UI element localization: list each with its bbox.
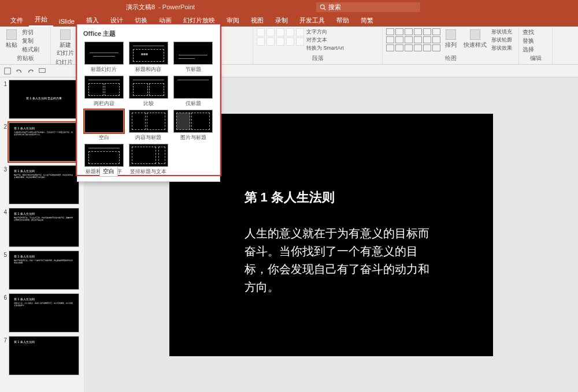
tab-islide[interactable]: iSlide xyxy=(53,16,80,27)
convert-smartart-button[interactable]: 转换为 SmartArt xyxy=(306,44,344,52)
slide-thumbnail-5[interactable]: 第 1 条人生法则制定目标时请记住，设定一个最终目标完成的日期，并且随着时间推移… xyxy=(9,251,79,290)
select-button[interactable]: 选择 xyxy=(523,46,534,54)
svg-line-1 xyxy=(324,8,326,10)
slideshow-icon[interactable] xyxy=(38,67,46,75)
layout-tooltip: 空白 xyxy=(99,166,118,177)
arrange-icon xyxy=(446,29,456,40)
shape-outline-button[interactable]: 形状轮廓 xyxy=(491,36,512,44)
app-name: - PowerPoint xyxy=(158,3,195,10)
ribbon-group-paragraph: 文字方向 对齐文本 转换为 SmartArt 段落 xyxy=(253,27,383,64)
paste-button[interactable]: 粘贴 xyxy=(3,28,20,50)
slide-thumbnail-panel[interactable]: 1 第 1 条人生法则 意志的力量 2 第 1 条人生法则人生的意义就在于为有意… xyxy=(0,77,84,392)
layout-gallery-header: Office 主题 xyxy=(77,27,220,40)
arrange-button[interactable]: 排列 xyxy=(443,28,459,50)
undo-icon[interactable] xyxy=(15,67,23,75)
ribbon-group-clipboard: 粘贴 剪切 复制 格式刷 剪贴板 xyxy=(0,27,51,64)
slide-thumbnail-6[interactable]: 第 1 条人生法则我想要什么，为什么想要，采取什么行动来获得它。写出切实来的，写… xyxy=(9,293,79,333)
slide-thumbnail-1[interactable]: 第 1 条人生法则 意志的力量 xyxy=(9,80,79,119)
svg-rect-3 xyxy=(39,68,46,72)
svg-rect-2 xyxy=(5,68,11,74)
layout-title-slide[interactable]: 标题幻灯片 xyxy=(83,42,124,73)
layout-comparison[interactable]: 比较 xyxy=(128,76,169,107)
align-text-button[interactable]: 对齐文本 xyxy=(306,36,344,44)
tab-view[interactable]: 视图 xyxy=(245,14,269,27)
layout-content-caption[interactable]: 内容与标题 xyxy=(128,110,169,141)
layout-title-only[interactable]: 仅标题 xyxy=(173,76,214,107)
ribbon-group-slides: 新建 幻灯片 幻灯片 xyxy=(51,27,77,64)
layout-gallery-panel: Office 主题 标题幻灯片 ▦▦▦ 标题和内容 节标题 两栏内容 比较 仅标… xyxy=(77,24,220,182)
slide-body[interactable]: 人生的意义就在于为有意义的目标而奋斗。当你找到了一个有意义的目标，你会发现自己有… xyxy=(244,225,435,296)
tab-developer[interactable]: 开发工具 xyxy=(294,14,331,27)
layout-section-header[interactable]: 节标题 xyxy=(173,42,214,73)
new-slide-icon xyxy=(60,29,71,40)
cut-button[interactable]: 剪切 xyxy=(22,28,39,36)
save-icon[interactable] xyxy=(3,67,12,75)
ribbon-group-editing: 查找 替换 选择 编辑 xyxy=(519,27,553,64)
title-bar: 演示文稿8 - PowerPoint 搜索 xyxy=(0,0,578,14)
layout-two-content[interactable]: 两栏内容 xyxy=(83,76,124,107)
shape-effects-button[interactable]: 形状效果 xyxy=(491,44,512,52)
format-painter-button[interactable]: 格式刷 xyxy=(22,46,39,54)
replace-button[interactable]: 替换 xyxy=(523,37,534,45)
slide-thumbnail-4[interactable]: 第 1 条人生法则制定目标时请记住，不要追求完美，设定切合实际可以达到的目标，适… xyxy=(9,208,79,247)
search-icon xyxy=(320,4,326,10)
slide-thumbnail-3[interactable]: 第 1 条人生法则制定目标，制定符合你价值观的目标，让人生目标推动你前进，你会发… xyxy=(9,165,79,204)
document-name: 演示文稿8 xyxy=(126,3,155,12)
svg-point-0 xyxy=(321,5,325,9)
tab-help[interactable]: 帮助 xyxy=(331,14,355,27)
shape-fill-button[interactable]: 形状填充 xyxy=(491,28,512,36)
tab-record[interactable]: 录制 xyxy=(269,14,294,27)
ribbon-group-drawing: 排列 快速样式 形状填充 形状轮廓 形状效果 绘图 xyxy=(383,27,519,64)
slide-thumbnail-7[interactable]: 第 1 条人生法则 xyxy=(9,336,79,375)
layout-vertical-title-text[interactable]: 竖排标题与文本 xyxy=(128,144,169,176)
tab-review[interactable]: 审阅 xyxy=(221,14,245,27)
tab-home[interactable]: 开始 xyxy=(29,13,53,27)
layout-title-content[interactable]: ▦▦▦ 标题和内容 xyxy=(128,42,169,73)
search-placeholder: 搜索 xyxy=(328,3,341,12)
paste-icon xyxy=(6,29,17,40)
copy-button[interactable]: 复制 xyxy=(22,37,39,45)
quick-styles-icon xyxy=(470,29,480,40)
text-direction-button[interactable]: 文字方向 xyxy=(306,28,344,36)
new-slide-button[interactable]: 新建 幻灯片 xyxy=(54,28,76,58)
quick-styles-button[interactable]: 快速样式 xyxy=(461,28,489,50)
layout-picture-caption[interactable]: 图片与标题 xyxy=(173,110,214,141)
search-box[interactable]: 搜索 xyxy=(316,2,420,12)
shapes-gallery[interactable] xyxy=(386,28,440,51)
tab-file[interactable]: 文件 xyxy=(5,14,29,27)
redo-icon[interactable] xyxy=(27,67,35,75)
find-button[interactable]: 查找 xyxy=(523,28,534,36)
layout-blank[interactable]: 空白 xyxy=(83,110,124,141)
slide-title[interactable]: 第 1 条人生法则 xyxy=(244,189,435,206)
slide-thumbnail-2[interactable]: 第 1 条人生法则人生的意义就在于为有意义的目标而奋斗。当你找到了一个有意义的目… xyxy=(9,122,79,162)
tab-simplified[interactable]: 简繁 xyxy=(355,14,379,27)
